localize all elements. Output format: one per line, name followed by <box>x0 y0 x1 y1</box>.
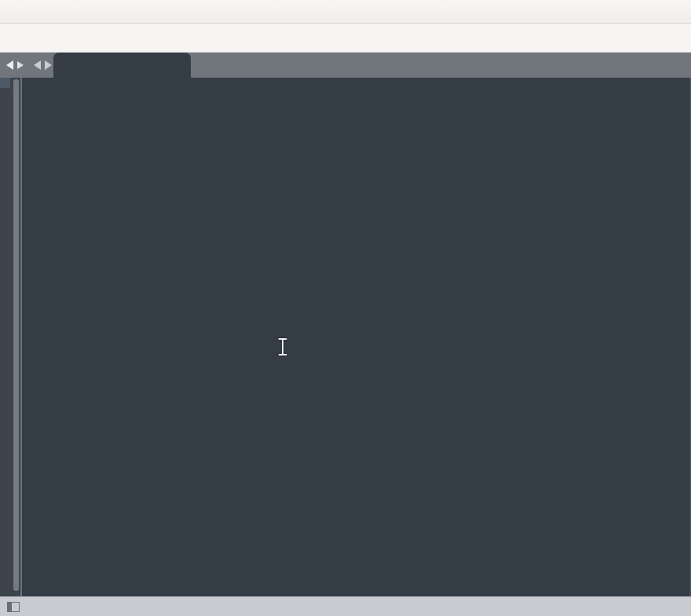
nav-back-alt-icon[interactable] <box>34 60 41 70</box>
vertical-scrollbar[interactable] <box>13 79 19 591</box>
corner-widget <box>0 78 10 88</box>
window-title-bar[interactable] <box>0 0 691 24</box>
code-area[interactable] <box>22 78 689 596</box>
tab-bar <box>0 53 691 78</box>
left-gutter-strip <box>0 78 22 596</box>
menu-bar <box>0 24 691 53</box>
nav-forward-alt-icon[interactable] <box>45 60 52 70</box>
status-bar <box>0 596 691 616</box>
nav-forward-icon[interactable] <box>17 61 24 69</box>
tab-b-java[interactable] <box>53 53 191 78</box>
editor-pane[interactable] <box>0 78 691 596</box>
nav-back-icon[interactable] <box>6 60 13 70</box>
panel-toggle-icon[interactable] <box>7 602 20 612</box>
tab-nav-arrows <box>6 53 52 78</box>
